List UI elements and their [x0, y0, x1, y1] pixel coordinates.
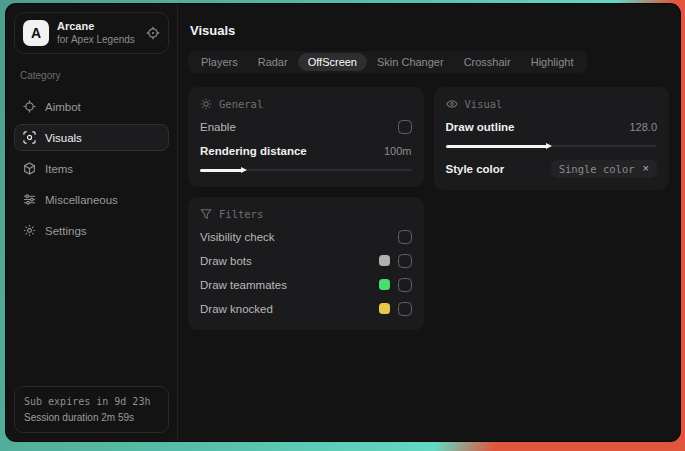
slider-fill	[446, 145, 548, 148]
style-color-select[interactable]: Single color ×	[551, 160, 657, 178]
session-duration-text: Session duration 2m 59s	[24, 410, 159, 426]
tab-bar: Players Radar OffScreen Skin Changer Cro…	[188, 51, 587, 73]
panels-area: General Enable Rendering distance 100m	[188, 87, 669, 330]
enable-label: Enable	[200, 121, 236, 133]
sliders-icon	[23, 193, 36, 206]
visual-panel: Visual Draw outline 128.0 Style color	[434, 87, 670, 190]
draw-bots-label: Draw bots	[200, 255, 252, 267]
draw-bots-checkbox[interactable]	[398, 254, 412, 268]
draw-teammates-checkbox[interactable]	[398, 278, 412, 292]
target-icon[interactable]	[146, 26, 160, 40]
visibility-check-label: Visibility check	[200, 231, 275, 243]
sub-expires-text: Sub expires in 9d 23h	[24, 394, 159, 410]
sidebar-item-label: Items	[45, 163, 73, 175]
general-panel-header: General	[200, 98, 412, 110]
eye-icon	[446, 98, 458, 110]
filters-panel: Filters Visibility check Draw bots	[188, 197, 424, 330]
sidebar-item-settings[interactable]: Settings	[14, 217, 169, 244]
filters-panel-header: Filters	[200, 208, 412, 220]
rendering-distance-slider[interactable]	[200, 166, 412, 174]
sidebar-spacer	[14, 246, 169, 386]
right-column: Visual Draw outline 128.0 Style color	[434, 87, 670, 190]
sidebar-item-items[interactable]: Items	[14, 155, 169, 182]
sidebar-item-visuals[interactable]: Visuals	[14, 124, 169, 151]
rendering-distance-value: 100m	[384, 145, 412, 157]
draw-outline-label: Draw outline	[446, 121, 515, 133]
visibility-check-checkbox[interactable]	[398, 230, 412, 244]
slider-fill	[200, 169, 242, 172]
main-content: Visuals Players Radar OffScreen Skin Cha…	[178, 4, 680, 441]
rendering-distance-row: Rendering distance 100m	[200, 140, 412, 161]
desktop-background: A Arcane for Apex Legends Category	[0, 0, 685, 451]
visual-panel-header: Visual	[446, 98, 658, 110]
draw-bots-row: Draw bots	[200, 250, 412, 271]
style-color-row: Style color Single color ×	[446, 158, 658, 179]
sidebar-item-label: Settings	[45, 225, 87, 237]
draw-teammates-color-swatch[interactable]	[379, 279, 390, 290]
general-panel: General Enable Rendering distance 100m	[188, 87, 424, 187]
cube-icon	[23, 162, 36, 175]
draw-knocked-row: Draw knocked	[200, 298, 412, 319]
app-logo: A	[23, 20, 49, 46]
draw-teammates-row: Draw teammates	[200, 274, 412, 295]
app-header-card: A Arcane for Apex Legends	[14, 12, 169, 54]
sidebar-item-label: Miscellaneous	[45, 194, 118, 206]
draw-knocked-color-swatch[interactable]	[379, 303, 390, 314]
app-name: Arcane	[57, 20, 138, 34]
style-color-label: Style color	[446, 163, 505, 175]
app-window: A Arcane for Apex Legends Category	[6, 4, 680, 441]
visibility-check-row: Visibility check	[200, 226, 412, 247]
tab-crosshair[interactable]: Crosshair	[454, 53, 521, 71]
tab-radar[interactable]: Radar	[248, 53, 298, 71]
draw-bots-color-swatch[interactable]	[379, 255, 390, 266]
sidebar-item-miscellaneous[interactable]: Miscellaneous	[14, 186, 169, 213]
enable-row: Enable	[200, 116, 412, 137]
visual-panel-title: Visual	[465, 98, 503, 110]
tab-highlight[interactable]: Highlight	[521, 53, 584, 71]
app-subtitle: for Apex Legends	[57, 34, 138, 47]
draw-knocked-label: Draw knocked	[200, 303, 273, 315]
left-column: General Enable Rendering distance 100m	[188, 87, 424, 330]
page-title: Visuals	[190, 23, 669, 38]
clear-selection-icon[interactable]: ×	[643, 163, 649, 174]
subscription-status-card: Sub expires in 9d 23h Session duration 2…	[14, 386, 169, 433]
draw-knocked-checkbox[interactable]	[398, 302, 412, 316]
app-titles: Arcane for Apex Legends	[57, 20, 138, 46]
brightness-icon	[200, 98, 212, 110]
draw-outline-slider[interactable]	[446, 142, 658, 150]
crosshair-icon	[23, 100, 36, 113]
style-color-selected-value: Single color	[559, 163, 635, 175]
category-label: Category	[20, 70, 163, 81]
general-panel-title: General	[219, 98, 263, 110]
enable-checkbox[interactable]	[398, 120, 412, 134]
draw-outline-row: Draw outline 128.0	[446, 116, 658, 137]
tab-offscreen[interactable]: OffScreen	[298, 53, 367, 71]
tab-players[interactable]: Players	[191, 53, 248, 71]
sidebar-item-aimbot[interactable]: Aimbot	[14, 93, 169, 120]
sidebar-item-label: Visuals	[45, 132, 82, 144]
draw-outline-value: 128.0	[629, 121, 657, 133]
sidebar: A Arcane for Apex Legends Category	[6, 4, 178, 441]
funnel-icon	[200, 208, 212, 220]
filters-panel-title: Filters	[219, 208, 263, 220]
sidebar-item-label: Aimbot	[45, 101, 81, 113]
tab-skin-changer[interactable]: Skin Changer	[367, 53, 454, 71]
rendering-distance-label: Rendering distance	[200, 145, 307, 157]
gear-icon	[23, 224, 36, 237]
draw-teammates-label: Draw teammates	[200, 279, 287, 291]
eye-scan-icon	[23, 131, 36, 144]
